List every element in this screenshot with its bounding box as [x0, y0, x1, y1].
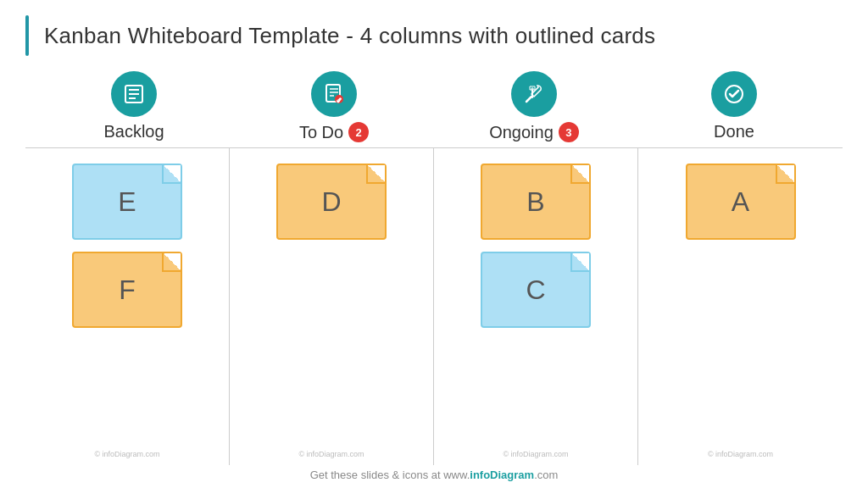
svg-text:✓: ✓ — [337, 97, 342, 103]
tools-icon — [522, 82, 546, 106]
check-icon — [722, 82, 746, 106]
card-C[interactable]: C — [481, 252, 591, 328]
watermark-ongoing: © infoDiagram.com — [503, 450, 568, 458]
header-accent — [25, 15, 29, 56]
backlog-label-row: Backlog — [103, 122, 164, 141]
card-A[interactable]: A — [686, 164, 796, 240]
ongoing-label-row: Ongoing 3 — [489, 122, 579, 142]
ongoing-label: Ongoing — [489, 123, 554, 142]
done-label-row: Done — [714, 122, 754, 141]
todo-label: To Do — [299, 123, 343, 142]
footer-brand-link[interactable]: infoDiagram — [470, 469, 534, 481]
done-icon-circle — [711, 71, 757, 117]
todo-icon: ✓ — [322, 82, 346, 106]
list-icon — [122, 82, 146, 106]
backlog-label: Backlog — [103, 122, 164, 141]
card-F[interactable]: F — [72, 252, 182, 328]
col-header-ongoing: Ongoing 3 — [434, 64, 634, 147]
card-E[interactable]: E — [72, 164, 182, 240]
footer-suffix: .com — [534, 469, 558, 481]
backlog-cards: E F © infoDiagram.com — [25, 148, 230, 465]
page-title: Kanban Whiteboard Template - 4 columns w… — [44, 23, 655, 49]
watermark-done: © infoDiagram.com — [708, 450, 773, 458]
col-header-backlog: Backlog — [34, 64, 234, 147]
ongoing-icon-circle — [511, 71, 557, 117]
todo-cards: D © infoDiagram.com — [230, 148, 434, 465]
backlog-icon-circle — [111, 71, 157, 117]
done-label: Done — [714, 122, 754, 141]
ongoing-badge: 3 — [559, 122, 579, 142]
todo-label-row: To Do 2 — [299, 122, 369, 142]
done-cards: A © infoDiagram.com — [638, 148, 843, 465]
header: Kanban Whiteboard Template - 4 columns w… — [0, 0, 868, 64]
todo-icon-circle: ✓ — [311, 71, 357, 117]
watermark-todo: © infoDiagram.com — [298, 450, 364, 458]
footer: Get these slides & icons at www.infoDiag… — [0, 465, 868, 488]
ongoing-cards: B C © infoDiagram.com — [434, 148, 638, 465]
col-header-done: Done — [634, 64, 834, 147]
card-B[interactable]: B — [481, 164, 591, 240]
watermark-backlog: © infoDiagram.com — [94, 450, 159, 458]
kanban-board: Backlog ✓ To Do 2 — [0, 64, 868, 465]
todo-badge: 2 — [348, 122, 369, 142]
footer-text: Get these slides & icons at www. — [310, 469, 470, 481]
col-header-todo: ✓ To Do 2 — [234, 64, 434, 147]
svg-line-10 — [526, 97, 531, 102]
card-D[interactable]: D — [276, 164, 387, 240]
column-headers: Backlog ✓ To Do 2 — [25, 64, 843, 147]
cards-area: E F © infoDiagram.com D © infoDiagram.co… — [25, 148, 843, 465]
